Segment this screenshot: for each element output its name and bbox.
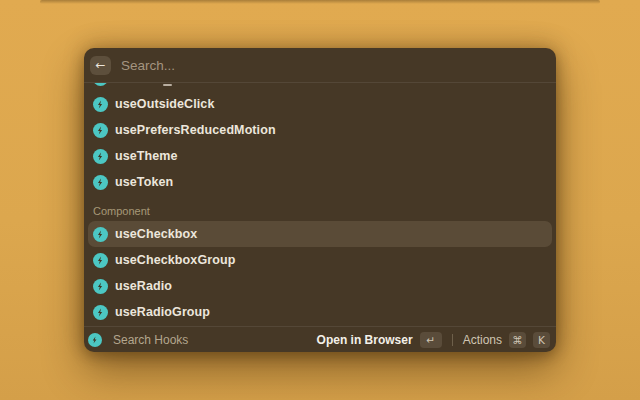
section-header-component: Component — [88, 195, 552, 221]
lightning-bolt-icon — [93, 83, 108, 86]
search-bar: ← — [84, 48, 556, 83]
extension-title: Search Hooks — [113, 333, 188, 347]
list-item[interactable]: useRadioGroup — [88, 299, 552, 325]
lightning-bolt-icon — [93, 175, 108, 190]
lightning-bolt-icon — [93, 97, 108, 112]
list-item[interactable]: useToken — [88, 169, 552, 195]
lightning-bolt-icon — [93, 305, 108, 320]
back-button[interactable]: ← — [90, 56, 111, 75]
k-key-icon: K — [533, 332, 550, 348]
list-item-label: useToken — [115, 175, 173, 189]
list-item-selected[interactable]: useCheckbox — [88, 221, 552, 247]
status-bar-source: Search Hooks — [88, 333, 188, 347]
status-bar: Search Hooks Open in Browser ↵ Actions ⌘… — [84, 326, 556, 352]
list-item-partial[interactable] — [88, 83, 552, 91]
lightning-bolt-icon — [93, 123, 108, 138]
results-list: useOutsideClick usePrefersReducedMotion … — [84, 83, 556, 326]
actions-label: Actions — [463, 333, 502, 347]
lightning-bolt-icon — [88, 333, 102, 347]
open-in-browser-button[interactable]: Open in Browser ↵ — [317, 332, 442, 348]
list-item-label: useTheme — [115, 149, 178, 163]
list-item-label: usePrefersReducedMotion — [115, 123, 276, 137]
status-bar-actions: Open in Browser ↵ Actions ⌘ K — [317, 332, 550, 348]
list-item[interactable]: usePrefersReducedMotion — [88, 117, 552, 143]
back-arrow-icon: ← — [95, 58, 105, 72]
list-item-label: useCheckboxGroup — [115, 253, 235, 267]
list-item[interactable]: useOutsideClick — [88, 91, 552, 117]
search-input[interactable] — [121, 58, 546, 73]
open-in-browser-label: Open in Browser — [317, 333, 413, 347]
list-item[interactable]: useRadio — [88, 273, 552, 299]
top-window-shadow — [40, 0, 600, 4]
footer-divider — [452, 334, 453, 346]
list-item[interactable]: useTheme — [88, 143, 552, 169]
list-item-label: useOutsideClick — [115, 97, 214, 111]
lightning-bolt-icon — [93, 253, 108, 268]
actions-button[interactable]: Actions ⌘ K — [463, 332, 550, 348]
list-item-label: useCheckbox — [115, 227, 197, 241]
enter-key-icon: ↵ — [420, 332, 442, 348]
list-item-label: useRadioGroup — [115, 305, 210, 319]
clipped-label-sliver — [163, 84, 172, 87]
command-key-icon: ⌘ — [509, 332, 526, 348]
lightning-bolt-icon — [93, 279, 108, 294]
list-item[interactable]: useCheckboxGroup — [88, 247, 552, 273]
lightning-bolt-icon — [93, 149, 108, 164]
list-item-label: useRadio — [115, 279, 172, 293]
lightning-bolt-icon — [93, 227, 108, 242]
command-palette-window: ← useOutsideClick usePrefersReducedMotio… — [84, 48, 556, 352]
